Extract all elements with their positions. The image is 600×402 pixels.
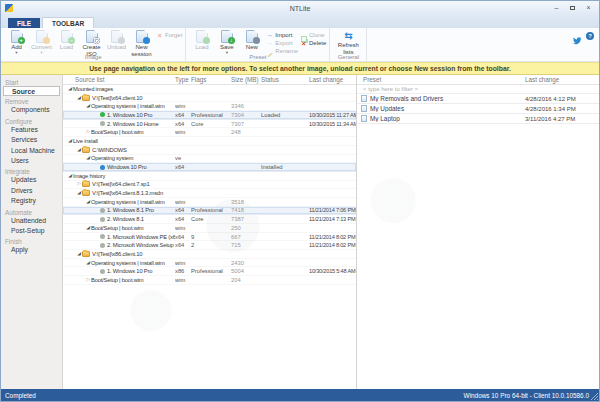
ribbon-button-new-session[interactable]: New session [129,28,154,57]
sidebar-item-source[interactable]: Source [3,86,60,96]
table-row[interactable]: ◢V:\[Test]\x64.client.10 [63,94,356,103]
sidebar-section-configure: Configure [1,116,62,125]
tree-item-label: V:\[Test]\x64.client.8.1.3.msdn [92,189,163,197]
table-row[interactable]: Windows 10 Prox64Installed [63,163,356,172]
notice-bar: Use page navigation on the left for more… [1,62,599,75]
resize-grip[interactable] [591,393,598,400]
table-row[interactable]: ◢Boot/Setup | boot.wimwim250 [63,224,356,233]
page-icon [246,30,258,43]
column-preset[interactable]: Preset [357,75,525,84]
window-title: NTLite [1,5,599,12]
column-flags[interactable]: Flags [191,75,231,84]
sidebar-item-services[interactable]: Services [1,135,62,145]
tree-item-label: 2. Windows 10 Home [107,120,159,128]
sidebar-item-components[interactable]: Components [1,105,62,115]
cell-size: 250 [231,224,261,232]
table-row[interactable]: 2. Microsoft Windows Setup (x64)x6427151… [63,241,356,250]
tree-item-label: Operating systems | install.wim [91,102,165,110]
column-preset-last-change[interactable]: Last change [525,75,599,84]
column-last-change[interactable]: Last change [309,75,356,84]
button-label: Delete [309,40,326,46]
cell-type: wim [175,276,191,284]
sidebar-item-features[interactable]: Features [1,125,62,135]
tab-toolbar[interactable]: TOOLBAR [42,17,94,28]
ribbon-button-import[interactable]: →Import [266,31,298,39]
column-size[interactable]: Size (MB) [231,75,261,84]
table-row[interactable]: 1. Windows 8.1 Prox64Professional741811/… [63,207,356,216]
cell-status: Loaded [261,111,309,119]
refresh-lists-button[interactable]: ⇆ Refresh lists [333,28,363,55]
preset-row[interactable]: My Updates4/28/2016 1:34 PM [357,104,599,114]
table-row[interactable]: ◢Mounted images [63,85,356,94]
help-icon[interactable]: ? [586,32,594,40]
sidebar-item-unattended[interactable]: Unattended [1,216,62,226]
minimize-button[interactable]: – [549,3,564,14]
maximize-button[interactable] [565,3,580,14]
ribbon-button-load: Load [189,28,214,55]
twitter-icon[interactable] [573,31,582,40]
table-row[interactable]: ◢Operating systems | install.wimwim2430 [63,259,356,268]
refresh-icon: ⇆ [344,30,352,41]
source-table-header: Source list Type Flags Size (MB) Status … [63,75,356,85]
preset-row[interactable]: My Laptop3/11/2016 4:27 PM [357,114,599,124]
page-icon [111,30,123,43]
ribbon-button-load: →Load [54,28,79,57]
table-row[interactable]: ◢Operating systems | install.wimwim3518 [63,198,356,207]
preset-name: My Laptop [370,115,400,122]
table-row[interactable]: ◢V:\[Test]\x86.client.10 [63,250,356,259]
button-label: Load [60,44,73,51]
sidebar-item-local-machine[interactable]: Local Machine [1,146,62,156]
ribbon-button-new[interactable]: New [239,28,264,55]
tab-file[interactable]: FILE [8,18,40,28]
image-status-dot-icon [100,269,105,274]
table-row[interactable]: ◢V:\[Test]\x64.client.8.1.3.msdn [63,189,356,198]
preset-file-icon [361,115,367,122]
image-status-dot-icon [100,208,105,213]
preset-row[interactable]: My Removals and Drivers4/28/2016 4:12 PM [357,94,599,104]
table-row[interactable]: ◢Live install [63,137,356,146]
button-label: Import [275,32,292,38]
status-left: Completed [5,392,36,399]
close-button[interactable]: × [581,3,596,14]
title-bar: NTLite – × [1,1,599,15]
sidebar-item-apply[interactable]: Apply [1,245,62,255]
sidebar-item-registry[interactable]: Registry [1,196,62,206]
preset-filter-input[interactable]: < type here to filter > [357,85,599,94]
column-type[interactable]: Type [175,75,191,84]
table-row[interactable]: 2. Windows 8.1x64Core738711/21/2014 7:13… [63,215,356,224]
table-row[interactable]: 2. Windows 10 Homex64Core730710/30/2015 … [63,120,356,129]
ribbon-button-rename: Rename [266,47,298,55]
table-row[interactable]: ◢Image history [63,172,356,181]
sidebar-item-users[interactable]: Users [1,156,62,166]
tree-item-label: C:\WINDOWS [92,146,127,154]
ribbon-button-create-iso[interactable]: Create ISO [79,28,104,57]
table-row[interactable]: ◢Operating systemve [63,155,356,164]
column-source-list[interactable]: Source list [63,75,175,84]
tree-item-label: Operating system [91,154,133,162]
cell-date: 11/21/2014 8:02 PM [309,233,356,241]
sidebar-section-finish: Finish [1,236,62,245]
ribbon-group-general: ⇆ Refresh lists General [330,28,367,61]
table-row[interactable]: ▷Boot/Setup | boot.wimwim204 [63,276,356,285]
sidebar-section-remove: Remove [1,96,62,105]
table-row[interactable]: ▷V:\[Test]\x64.client.7.sp1 [63,181,356,190]
ribbon-button-add[interactable]: +Add▾ [4,28,29,57]
cell-date: 11/21/2014 8:02 PM [309,241,356,249]
table-row[interactable]: 1. Microsoft Windows PE (x64)x64966711/2… [63,233,356,242]
table-row[interactable]: 1. Windows 10 Prox86Professional500410/3… [63,267,356,276]
table-row[interactable]: ▷Boot/Setup | boot.wimwim248 [63,128,356,137]
table-row[interactable]: ◢C:\WINDOWS [63,146,356,155]
table-row[interactable]: 1. Windows 10 Prox64Professional7304Load… [63,111,356,120]
sidebar-item-updates[interactable]: Updates [1,175,62,185]
cell-date: 10/30/2015 11:27 AM [309,111,356,119]
export-icon: → [266,40,273,47]
ribbon-button-save[interactable]: ↓Save▾ [214,28,239,55]
button-label: Export [275,40,292,46]
session-badge-icon [143,37,150,44]
preset-panel: Preset Last change < type here to filter… [357,75,599,389]
cell-size: 7304 [231,111,261,119]
column-status[interactable]: Status [261,75,309,84]
sidebar-item-drivers[interactable]: Drivers [1,186,62,196]
sidebar-item-post-setup[interactable]: Post-Setup [1,226,62,236]
table-row[interactable]: ◢Operating systems | install.wimwim3346 [63,102,356,111]
